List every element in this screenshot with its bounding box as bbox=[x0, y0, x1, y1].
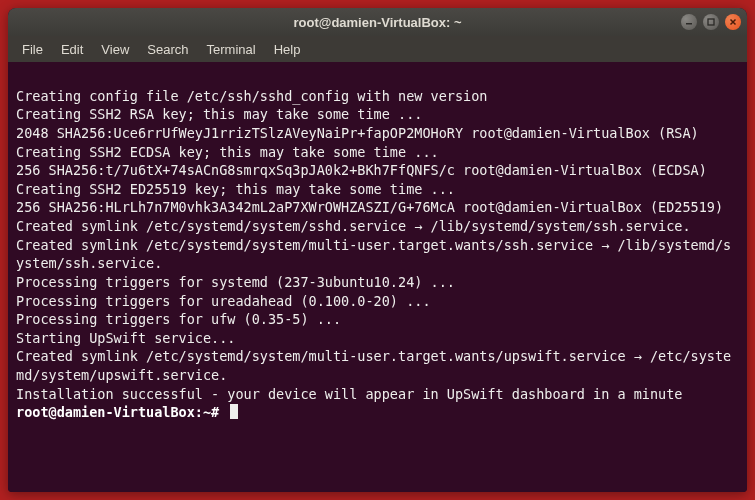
terminal-line: Processing triggers for ufw (0.35-5) ... bbox=[16, 310, 739, 329]
terminal-line: Starting UpSwift service... bbox=[16, 329, 739, 348]
terminal-output[interactable]: Creating config file /etc/ssh/sshd_confi… bbox=[8, 62, 747, 492]
terminal-line: Processing triggers for systemd (237-3ub… bbox=[16, 273, 739, 292]
terminal-prompt-line[interactable]: root@damien-VirtualBox:~# bbox=[16, 404, 238, 420]
terminal-window: root@damien-VirtualBox: ~ File Edit View… bbox=[8, 8, 747, 492]
menu-search[interactable]: Search bbox=[139, 39, 196, 60]
terminal-line: 2048 SHA256:Uce6rrUfWeyJ1rrizTSlzAVeyNai… bbox=[16, 124, 739, 143]
cursor-icon bbox=[230, 404, 238, 419]
terminal-line: Processing triggers for ureadahead (0.10… bbox=[16, 292, 739, 311]
minimize-button[interactable] bbox=[681, 14, 697, 30]
menu-file[interactable]: File bbox=[14, 39, 51, 60]
terminal-line: Creating config file /etc/ssh/sshd_confi… bbox=[16, 87, 739, 106]
terminal-line: Installation successful - your device wi… bbox=[16, 385, 739, 404]
close-button[interactable] bbox=[725, 14, 741, 30]
svg-rect-1 bbox=[708, 19, 714, 25]
terminal-line: Created symlink /etc/systemd/system/mult… bbox=[16, 347, 739, 384]
menu-view[interactable]: View bbox=[93, 39, 137, 60]
menu-terminal[interactable]: Terminal bbox=[199, 39, 264, 60]
window-controls bbox=[681, 14, 741, 30]
terminal-line: 256 SHA256:HLrLh7n7M0vhk3A342mL2aP7XWrOW… bbox=[16, 198, 739, 217]
menubar: File Edit View Search Terminal Help bbox=[8, 36, 747, 62]
close-icon bbox=[729, 18, 737, 26]
menu-help[interactable]: Help bbox=[266, 39, 309, 60]
terminal-line: Created symlink /etc/systemd/system/mult… bbox=[16, 236, 739, 273]
terminal-line: 256 SHA256:t/7u6tX+74sACnG8smrqxSq3pJA0k… bbox=[16, 161, 739, 180]
terminal-line: Created symlink /etc/systemd/system/sshd… bbox=[16, 217, 739, 236]
window-title: root@damien-VirtualBox: ~ bbox=[16, 15, 739, 30]
terminal-line: Creating SSH2 ECDSA key; this may take s… bbox=[16, 143, 739, 162]
menu-edit[interactable]: Edit bbox=[53, 39, 91, 60]
terminal-prompt: root@damien-VirtualBox:~# bbox=[16, 404, 227, 420]
maximize-icon bbox=[707, 18, 715, 26]
svg-rect-0 bbox=[686, 23, 692, 25]
terminal-line: Creating SSH2 RSA key; this may take som… bbox=[16, 105, 739, 124]
terminal-line bbox=[16, 68, 739, 87]
terminal-line: Creating SSH2 ED25519 key; this may take… bbox=[16, 180, 739, 199]
titlebar[interactable]: root@damien-VirtualBox: ~ bbox=[8, 8, 747, 36]
minimize-icon bbox=[685, 18, 693, 26]
maximize-button[interactable] bbox=[703, 14, 719, 30]
